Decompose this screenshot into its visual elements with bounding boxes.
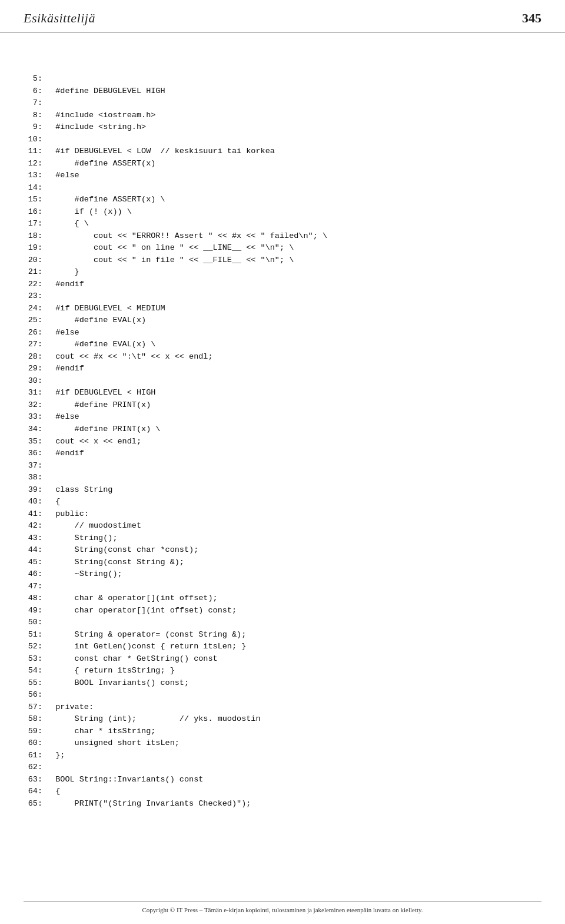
code-line: 27: #define EVAL(x) \: [24, 339, 541, 351]
line-number: 46:: [24, 568, 42, 581]
header-title: Esikäsittelijä: [24, 11, 95, 26]
page-footer: Copyright © IT Press – Tämän e-kirjan ko…: [24, 901, 541, 913]
line-content: char operator[](int offset) const;: [46, 605, 237, 617]
code-line: 28: cout << #x << ":\t" << x << endl;: [24, 351, 541, 363]
line-number: 44:: [24, 544, 42, 557]
line-content: #include <iostream.h>: [46, 110, 155, 122]
line-number: 41:: [24, 508, 42, 521]
line-number: 27:: [24, 339, 42, 351]
line-content: #define EVAL(x): [46, 314, 146, 327]
line-content: String(const char *const);: [46, 544, 198, 557]
line-number: 21:: [24, 266, 42, 279]
code-line: 55: BOOL Invariants() const;: [24, 677, 541, 690]
line-number: 63:: [24, 774, 42, 786]
code-line: 15: #define ASSERT(x) \: [24, 194, 541, 206]
line-content: {: [46, 786, 60, 798]
code-line: 47:: [24, 581, 541, 593]
line-number: 18:: [24, 230, 42, 243]
line-number: 40:: [24, 496, 42, 508]
line-content: #define DEBUGLEVEL HIGH: [46, 85, 165, 98]
line-number: 45:: [24, 557, 42, 569]
line-content: unsigned short itsLen;: [46, 737, 180, 750]
line-number: 52:: [24, 641, 42, 653]
code-line: 44: String(const char *const);: [24, 544, 541, 557]
line-content: cout << " on line " << __LINE__ << "\n";…: [46, 242, 294, 254]
code-line: 32: #define PRINT(x): [24, 399, 541, 412]
line-number: 61:: [24, 750, 42, 762]
line-content: #define EVAL(x) \: [46, 339, 155, 351]
code-line: 20: cout << " in file " << __FILE__ << "…: [24, 254, 541, 267]
line-number: 56:: [24, 689, 42, 701]
code-block: 5:6: #define DEBUGLEVEL HIGH7:8: #includ…: [24, 49, 541, 810]
line-content: char * itsString;: [46, 726, 155, 738]
line-number: 15:: [24, 194, 42, 206]
code-line: 25: #define EVAL(x): [24, 314, 541, 327]
code-line: 40: {: [24, 496, 541, 508]
line-number: 28:: [24, 351, 42, 363]
line-content: PRINT("(String Invariants Checked)");: [46, 798, 251, 810]
line-number: 24:: [24, 303, 42, 315]
line-number: 9:: [24, 121, 42, 134]
line-content: String();: [46, 532, 118, 545]
header-page-number: 345: [522, 11, 541, 26]
line-content: int GetLen()const { return itsLen; }: [46, 641, 246, 653]
code-line: 36: #endif: [24, 448, 541, 460]
code-line: 12: #define ASSERT(x): [24, 158, 541, 170]
line-content: }: [46, 266, 79, 279]
code-line: 5:: [24, 73, 541, 85]
line-content: class String: [46, 484, 112, 496]
line-number: 47:: [24, 581, 42, 593]
line-number: 64:: [24, 786, 42, 798]
code-line: 38:: [24, 472, 541, 484]
content-area: 5:6: #define DEBUGLEVEL HIGH7:8: #includ…: [0, 32, 565, 833]
line-content: const char * GetString() const: [46, 653, 218, 665]
line-content: // muodostimet: [46, 520, 141, 532]
line-content: #include <string.h>: [46, 121, 146, 134]
line-number: 22:: [24, 279, 42, 291]
code-line: 45: String(const String &);: [24, 557, 541, 569]
line-number: 51:: [24, 629, 42, 641]
line-number: 10:: [24, 134, 42, 146]
code-line: 52: int GetLen()const { return itsLen; }: [24, 641, 541, 653]
line-number: 26:: [24, 327, 42, 339]
page-container: Esikäsittelijä 345 5:6: #define DEBUGLEV…: [0, 0, 565, 924]
line-number: 65:: [24, 798, 42, 810]
line-content: #else: [46, 170, 79, 182]
code-line: 18: cout << "ERROR!! Assert " << #x << "…: [24, 230, 541, 243]
line-number: 58:: [24, 713, 42, 726]
code-line: 53: const char * GetString() const: [24, 653, 541, 665]
line-number: 12:: [24, 158, 42, 170]
code-line: 23:: [24, 290, 541, 303]
line-number: 14:: [24, 182, 42, 194]
code-line: 17: { \: [24, 218, 541, 230]
code-line: 63: BOOL String::Invariants() const: [24, 774, 541, 786]
code-line: 46: ~String();: [24, 568, 541, 581]
line-number: 16:: [24, 206, 42, 218]
code-line: 60: unsigned short itsLen;: [24, 737, 541, 750]
line-number: 60:: [24, 737, 42, 750]
line-content: { return itsString; }: [46, 665, 175, 677]
code-line: 43: String();: [24, 532, 541, 545]
code-line: 19: cout << " on line " << __LINE__ << "…: [24, 242, 541, 254]
code-line: 13: #else: [24, 170, 541, 182]
code-line: 61: };: [24, 750, 541, 762]
line-content: #endif: [46, 448, 84, 460]
line-number: 23:: [24, 290, 42, 303]
line-content: #define PRINT(x) \: [46, 423, 160, 436]
line-content: String & operator= (const String &);: [46, 629, 246, 641]
line-number: 6:: [24, 85, 42, 98]
line-number: 11:: [24, 145, 42, 158]
line-content: #define PRINT(x): [46, 399, 151, 412]
line-number: 30:: [24, 375, 42, 388]
line-number: 55:: [24, 677, 42, 690]
line-content: #endif: [46, 363, 84, 375]
code-line: 7:: [24, 97, 541, 110]
line-content: cout << " in file " << __FILE__ << "\n";…: [46, 254, 294, 267]
code-line: 26: #else: [24, 327, 541, 339]
code-line: 21: }: [24, 266, 541, 279]
line-content: cout << "ERROR!! Assert " << #x << " fai…: [46, 230, 327, 243]
line-content: {: [46, 496, 60, 508]
code-line: 50:: [24, 617, 541, 629]
line-content: #define ASSERT(x) \: [46, 194, 165, 206]
line-content: #endif: [46, 279, 84, 291]
